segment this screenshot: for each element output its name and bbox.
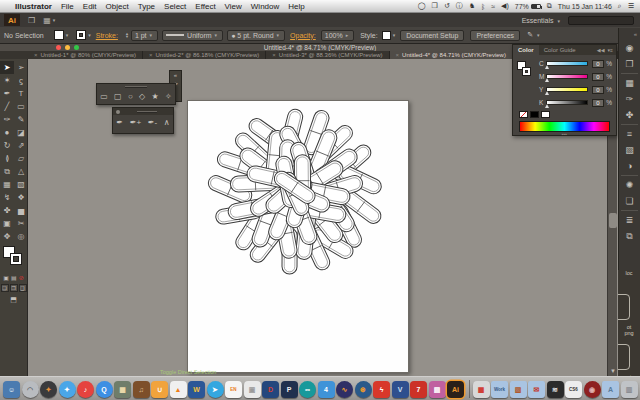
slider-thumb[interactable]: [545, 78, 549, 82]
channel-slider[interactable]: [546, 74, 587, 79]
document-tab-3[interactable]: ×Untitled-3* @ 88.36% (CMYK/Preview): [266, 51, 389, 59]
black-swatch[interactable]: [530, 111, 539, 118]
screen-mode-button[interactable]: ⬒: [0, 296, 27, 304]
dock-box-app-icon[interactable]: ▣: [244, 381, 261, 398]
expand-panels-icon[interactable]: «: [634, 31, 637, 37]
scroll-down-arrow[interactable]: ▼: [610, 368, 616, 374]
arrange-documents-icon[interactable]: ▦: [43, 16, 51, 25]
menu-effect[interactable]: Effect: [195, 2, 215, 11]
tool-selection[interactable]: ➤: [0, 61, 14, 74]
tool-mesh[interactable]: ▦: [0, 178, 14, 191]
panel-fill-stroke[interactable]: [517, 61, 535, 81]
collapse-panel-icon[interactable]: ◀◀: [597, 47, 605, 53]
dock-screen-app-icon[interactable]: ▤: [429, 381, 446, 398]
tool-perspective-grid[interactable]: △: [14, 165, 28, 178]
dock-tag-compass-icon[interactable]: ✦: [40, 381, 57, 398]
channel-slider[interactable]: [546, 61, 587, 66]
navigator-panel-icon[interactable]: ❏: [619, 193, 640, 209]
search-input[interactable]: [568, 16, 634, 25]
tool-slice[interactable]: ✂: [14, 217, 28, 230]
channel-value[interactable]: 0: [592, 86, 605, 94]
slider-thumb[interactable]: [545, 91, 549, 95]
opacity-link[interactable]: Opacity:: [290, 32, 316, 39]
collapse-icon[interactable]: «: [170, 71, 181, 80]
ellipse-tool-icon[interactable]: ○: [128, 92, 133, 101]
dock-red-seven-app-icon[interactable]: 7: [410, 381, 427, 398]
menu-help[interactable]: Help: [288, 2, 304, 11]
style-swatch[interactable]: [382, 31, 391, 40]
channel-value[interactable]: 0: [592, 60, 605, 68]
delete-anchor-point-tool-icon[interactable]: ✒-: [148, 118, 157, 127]
menu-object[interactable]: Object: [106, 2, 129, 11]
none-swatch[interactable]: [519, 111, 528, 118]
dock-iwork-folder-icon[interactable]: Work: [491, 381, 508, 398]
extra-tool-icon[interactable]: ✎ ▾: [527, 31, 541, 39]
dock-juice-app-icon[interactable]: ∪: [151, 381, 168, 398]
brush-definition-select[interactable]: ●5 pt. Round▾: [227, 30, 285, 41]
dock-photo-folder-icon[interactable]: ▧: [510, 381, 527, 398]
tool-direct-selection[interactable]: ➢: [14, 61, 28, 74]
tool-free-transform[interactable]: ▱: [14, 152, 28, 165]
menu-view[interactable]: View: [225, 2, 242, 11]
tool-rotate[interactable]: ↻: [0, 139, 14, 152]
slider-thumb[interactable]: [545, 104, 549, 108]
pen-tools-tearoff[interactable]: ✒✒+✒-∧: [112, 107, 174, 134]
bridge-icon[interactable]: ❒: [28, 16, 35, 25]
spaces-icon[interactable]: ⧉: [547, 2, 552, 10]
draw-mode-1[interactable]: ❐: [10, 284, 18, 292]
dock-blender-icon[interactable]: ⊛: [355, 381, 372, 398]
tool-scale[interactable]: ⇗: [14, 139, 28, 152]
symbols-panel-icon[interactable]: ✤: [619, 107, 640, 123]
draw-mode-0[interactable]: ❏: [1, 284, 9, 292]
workspace-switcher[interactable]: Essentials ▾: [522, 17, 562, 24]
close-tab-icon[interactable]: ×: [149, 52, 153, 58]
dock-pages-p-icon[interactable]: P: [281, 381, 298, 398]
add-anchor-point-tool-icon[interactable]: ✒+: [130, 118, 141, 127]
menu-type[interactable]: Type: [138, 2, 155, 11]
dock-vlc-icon[interactable]: ▲: [170, 381, 187, 398]
stroke-weight-stepper[interactable]: ▲▼: [125, 32, 129, 38]
panel-resize-grip[interactable]: ▪▪▪: [517, 132, 612, 137]
dock-autodesk-box-icon[interactable]: ≋: [547, 381, 564, 398]
dock-grid-doc-icon[interactable]: ▦: [473, 381, 490, 398]
close-tab-icon[interactable]: ×: [272, 52, 276, 58]
tool-lasso[interactable]: ϛ: [14, 74, 28, 87]
wifi-icon[interactable]: ≈: [491, 3, 495, 10]
spotlight-icon[interactable]: ⌕: [618, 2, 622, 10]
menu-window[interactable]: Window: [251, 2, 279, 11]
gradient-panel-icon[interactable]: ▧: [619, 142, 640, 158]
menu-clock[interactable]: Thu 15 Jan 11:46: [558, 3, 612, 10]
rectangle-tool-icon[interactable]: ▭: [100, 92, 108, 101]
preferences-button[interactable]: Preferences: [470, 30, 520, 41]
dock-mail-folder-icon[interactable]: ✉: [528, 381, 545, 398]
dock-adobe-red-icon[interactable]: ◉: [584, 381, 601, 398]
graphic-styles-panel-icon[interactable]: ❐: [619, 56, 640, 72]
appearance-panel-icon[interactable]: ◉: [619, 40, 640, 56]
tool-pencil[interactable]: ✎: [14, 113, 28, 126]
tool-line-segment[interactable]: ╱: [0, 100, 14, 113]
close-tab-icon[interactable]: ×: [396, 52, 400, 58]
dock-arduino-icon[interactable]: ∞: [299, 381, 316, 398]
dock-finder-icon[interactable]: ☺: [3, 381, 20, 398]
dock-applications-folder-icon[interactable]: A: [602, 381, 619, 398]
stroke-panel-icon[interactable]: ≡: [619, 126, 640, 142]
dnd-icon[interactable]: ◯: [418, 2, 426, 10]
desktop-file-icon[interactable]: [618, 344, 630, 370]
tool-paintbrush[interactable]: ✑: [0, 113, 14, 126]
dock-quicktime-icon[interactable]: Q: [96, 381, 113, 398]
close-tab-icon[interactable]: ×: [34, 52, 38, 58]
dock-audacity-icon[interactable]: ∿: [336, 381, 353, 398]
dock-thunderbird-icon[interactable]: ➤: [207, 381, 224, 398]
volume-icon[interactable]: ◀): [501, 2, 509, 10]
tearoff-header[interactable]: [113, 108, 173, 115]
document-tab-2[interactable]: ×Untitled-2* @ 86.18% (CMYK/Preview): [143, 51, 266, 59]
draw-mode-2[interactable]: ❑: [19, 284, 27, 292]
tool-symbol-sprayer[interactable]: ✤: [0, 204, 14, 217]
dock-itunes-icon[interactable]: ♪: [77, 381, 94, 398]
tool-eraser[interactable]: ◪: [14, 126, 28, 139]
display-icon[interactable]: ❒: [432, 2, 438, 10]
dock-app-store-icon[interactable]: ◠: [22, 381, 39, 398]
tool-shape-builder[interactable]: ⧉: [0, 165, 14, 178]
channel-value[interactable]: 0: [592, 73, 605, 81]
transparency-panel-icon[interactable]: ◑: [619, 158, 640, 174]
